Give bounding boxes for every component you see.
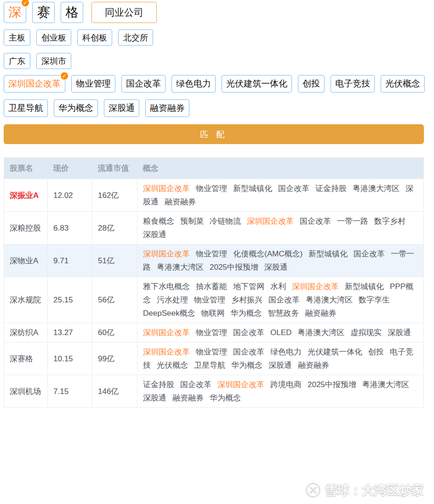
concept-tag[interactable]: 光伏建筑一体化 — [222, 75, 292, 93]
concept-label: 卫星导航 — [194, 361, 225, 370]
concept-label: 物业管理 — [194, 295, 225, 304]
page: 深✓赛格 同业公司 主板创业板科创板北交所 广东深圳市 深圳国企改革✓物业管理国… — [0, 0, 434, 504]
watermark: 雪球：大湾区炒家 — [305, 482, 424, 498]
stock-cap-cell: 60亿 — [92, 323, 137, 342]
concept-tag[interactable]: 深圳国企改革✓ — [4, 75, 65, 93]
concept-label: 国企改革 — [354, 249, 385, 258]
column-header: 流通市值 — [92, 158, 137, 179]
concept-label: 证金持股 — [315, 184, 347, 193]
concept-tag[interactable]: 光伏概念 — [381, 75, 425, 93]
concept-label: 绿色电力 — [270, 348, 302, 356]
stock-name: 深圳机场 — [10, 387, 41, 396]
market-tag[interactable]: 科创板 — [77, 29, 112, 46]
stock-cap-cell: 56亿 — [92, 277, 137, 323]
concept-label: 融资融券 — [172, 394, 204, 402]
stock-name: 深粮控股 — [10, 224, 41, 232]
market-tag[interactable]: 创业板 — [36, 29, 71, 46]
stock-name-cell[interactable]: 深粮控股 — [4, 212, 48, 244]
concept-label: 化债概念(AMC概念) — [233, 249, 303, 258]
concept-label: 国企改革 — [233, 328, 264, 337]
concept-label: 深圳国企改革 — [143, 348, 190, 356]
concept-label: 深股通 — [143, 230, 166, 239]
stock-name: 深赛格 — [10, 354, 33, 363]
concept-label: 深圳国企改革 — [143, 184, 190, 193]
concept-label: 粤港澳大湾区 — [306, 295, 353, 304]
concept-label: 新型城镇化 — [308, 249, 348, 258]
table-row: 深物业A9.7151亿深圳国企改革物业管理化债概念(AMC概念)新型城镇化国企改… — [4, 244, 424, 277]
concept-label: 深股通 — [268, 361, 292, 370]
stock-name-cell[interactable]: 深赛格 — [4, 342, 48, 375]
concept-label: 智慧政务 — [268, 309, 299, 318]
concept-tag[interactable]: 卫星导航 — [4, 99, 48, 117]
concept-label: 深股通 — [264, 263, 288, 272]
concept-tag[interactable]: 深股通 — [104, 99, 139, 117]
concept-tag[interactable]: 电子竞技 — [331, 75, 375, 93]
concept-label: 华为概念 — [230, 309, 262, 318]
concept-label: 预制菜 — [180, 217, 204, 226]
concept-label: OLED — [270, 328, 291, 337]
keyword-row: 深✓赛格 同业公司 — [4, 2, 430, 23]
concept-label: 深股通 — [388, 328, 411, 337]
stock-table-header: 股票名现价流通市值概念 — [4, 158, 424, 179]
concept-label: 2025中报预增 — [308, 380, 356, 389]
market-tag[interactable]: 北交所 — [118, 29, 153, 46]
check-icon: ✓ — [21, 0, 30, 7]
concept-label: 国企改革 — [300, 217, 331, 226]
concept-label: 融资融券 — [298, 361, 329, 370]
concept-label: 证金持股 — [143, 380, 174, 389]
stock-name-cell[interactable]: 深振业A — [4, 179, 48, 212]
concept-label: 物业管理 — [196, 348, 227, 356]
stock-concepts-cell: 粮食概念预制菜冷链物流深圳国企改革国企改革一带一路数字乡村深股通 — [137, 212, 424, 244]
keyword-char-tag[interactable]: 格 — [61, 2, 83, 23]
concept-label: 乡村振兴 — [231, 295, 263, 304]
concept-tag[interactable]: 融资融券 — [145, 99, 189, 117]
concept-label: 深圳国企改革 — [143, 328, 190, 337]
concept-label: 跨境电商 — [270, 380, 302, 389]
region-filter-row: 广东深圳市 — [4, 53, 430, 69]
match-button[interactable]: 匹 配 — [4, 124, 424, 144]
concept-tag[interactable]: 物业管理 — [71, 75, 115, 93]
stock-concepts-cell: 证金持股国企改革深圳国企改革跨境电商2025中报预增粤港澳大湾区深股通融资融券华… — [137, 375, 424, 408]
concept-tag[interactable]: 创投 — [298, 75, 325, 93]
stock-name-cell[interactable]: 深圳机场 — [4, 375, 48, 408]
concept-label: 国企改革 — [233, 348, 264, 356]
stock-table: 股票名现价流通市值概念 深振业A12.02162亿深圳国企改革物业管理新型城镇化… — [4, 157, 424, 408]
concept-label: 水利 — [270, 282, 286, 291]
stock-name-cell[interactable]: 深物业A — [4, 244, 48, 277]
concept-label: 冷链物流 — [210, 217, 241, 226]
stock-cap-cell: 51亿 — [92, 244, 137, 277]
table-row: 深振业A12.02162亿深圳国企改革物业管理新型城镇化国企改革证金持股粤港澳大… — [4, 179, 424, 212]
stock-price-cell: 6.83 — [48, 212, 92, 244]
concept-label: 华为概念 — [231, 361, 263, 370]
stock-concepts-cell: 深圳国企改革物业管理化债概念(AMC概念)新型城镇化国企改革一带一路粤港澳大湾区… — [137, 244, 424, 277]
stock-cap-cell: 162亿 — [92, 179, 137, 212]
stock-name-cell[interactable]: 深水规院 — [4, 277, 48, 323]
concept-label: 粤港澳大湾区 — [157, 263, 204, 272]
concept-label: 粤港澳大湾区 — [353, 184, 400, 193]
concept-filter-row: 深圳国企改革✓物业管理国企改革绿色电力光伏建筑一体化创投电子竞技光伏概念卫星导航… — [4, 75, 430, 117]
stock-name-cell[interactable]: 深纺织A — [4, 323, 48, 342]
stock-concepts-cell: 深圳国企改革物业管理国企改革绿色电力光伏建筑一体化创投电子竞技光伏概念卫星导航华… — [137, 342, 424, 375]
column-header: 股票名 — [4, 158, 48, 179]
concept-label: 地下管网 — [233, 282, 264, 291]
keyword-char-tag[interactable]: 赛 — [32, 2, 55, 23]
stock-price-cell: 10.15 — [48, 342, 92, 375]
keyword-char-tags: 深✓赛格 — [4, 2, 83, 23]
region-tag[interactable]: 广东 — [4, 53, 30, 69]
market-tag[interactable]: 主板 — [4, 29, 30, 46]
region-tag[interactable]: 深圳市 — [36, 53, 71, 69]
concept-label: 融资融券 — [305, 309, 336, 318]
peer-company-button[interactable]: 同业公司 — [91, 2, 157, 23]
concept-label: DeepSeek概念 — [143, 309, 195, 318]
concept-label: 虚拟现实 — [350, 328, 382, 337]
stock-cap-cell: 99亿 — [92, 342, 137, 375]
concept-label: 光伏概念 — [157, 361, 188, 370]
concept-label: 新型城镇化 — [233, 184, 272, 193]
concept-tag[interactable]: 绿色电力 — [171, 75, 216, 93]
table-row: 深纺织A13.2760亿深圳国企改革物业管理国企改革OLED粤港澳大湾区虚拟现实… — [4, 323, 424, 342]
concept-label: 数字孪生 — [359, 295, 390, 304]
keyword-char-tag[interactable]: 深✓ — [4, 2, 26, 23]
concept-tag[interactable]: 华为概念 — [54, 99, 98, 117]
concept-tag[interactable]: 国企改革 — [121, 75, 166, 93]
stock-price-cell: 13.27 — [48, 323, 92, 342]
